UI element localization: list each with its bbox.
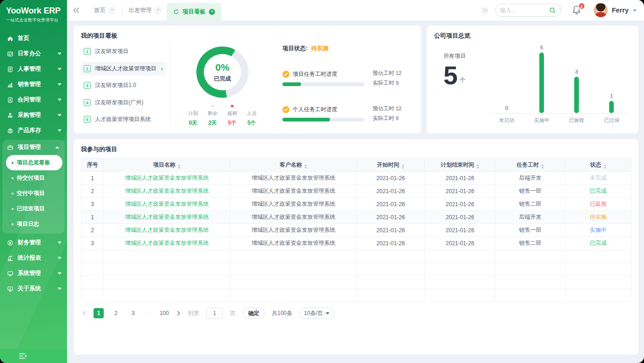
sidebar-subitem-label: 待交付项目 [17, 174, 45, 182]
close-tab-icon[interactable]: ✕ [109, 7, 115, 13]
cell-project-name-text[interactable]: 增城区人才政策资金发放管理系统 [125, 240, 209, 246]
column-header-项目名称[interactable]: 项目名称 [104, 159, 230, 172]
sort-icon[interactable] [178, 164, 181, 169]
project-name: 人才政策管理项目系统 [95, 115, 151, 123]
column-header-客户名称[interactable]: 客户名称 [230, 159, 357, 172]
project-list-item-4[interactable]: 4汉友研发项目(广州) [81, 96, 166, 109]
sidebar-item-label: 统计报表 [18, 254, 41, 262]
sort-icon[interactable] [604, 164, 606, 169]
column-header-开始时间[interactable]: 开始时间 [357, 159, 425, 172]
progress-group-1: 项目任务工时进度预估工时 12实际工时 9 [282, 68, 414, 88]
bar-chart-x-labels: 未启动实施中已验收已过保 [489, 117, 629, 124]
user-menu[interactable]: Ferry [594, 3, 637, 17]
cell-seq-text: 1 [91, 175, 94, 182]
sidebar-nav: 首页日常办公人事管理销售管理合同管理采购管理产品库存项目管理项目总览看板待交付项… [0, 31, 67, 349]
bar-chart-icon [7, 81, 13, 88]
sort-icon[interactable] [476, 164, 479, 169]
cell-task-dept-text: 销售二部 [519, 240, 542, 246]
sidebar-subitem-2[interactable]: 交付中项目 [2, 186, 65, 201]
cell-status: 已完成 [565, 185, 631, 198]
page-3[interactable]: 3 [128, 308, 138, 318]
search-input[interactable] [500, 7, 546, 13]
refresh-icon[interactable] [173, 9, 179, 15]
top-cards-row: 我的项目看板 1汉友研发项目2增城区人才政策管理项目›3汉友研发项目1.04汉友… [74, 26, 638, 134]
sidebar-item-0[interactable]: 首页 [0, 31, 67, 46]
cell-project-name-text[interactable]: 增城区人才政策资金发放管理系统 [125, 214, 209, 220]
sidebar-item-3[interactable]: 销售管理 [0, 77, 67, 92]
close-tab-icon[interactable]: ✕ [155, 7, 161, 13]
info-icon [7, 286, 13, 292]
table-row: 1增城区人才政策资金发放管理系统增城区人才政策资金发放管理系统2021-01-2… [81, 172, 631, 185]
page-100[interactable]: 100 [159, 308, 169, 318]
sidebar-item-7[interactable]: 项目管理 [2, 140, 65, 155]
sidebar-subitem-3[interactable]: 已结束项目 [2, 201, 65, 216]
next-page-icon[interactable] [176, 311, 181, 316]
tab-项目看板[interactable]: 项目看板✕ [167, 3, 221, 20]
cell-project-name-text[interactable]: 增城区人才政策资金发放管理系统 [125, 188, 209, 194]
column-header-计划结束时间[interactable]: 计划结束时间 [425, 159, 496, 172]
sidebar-item-label: 人事管理 [18, 65, 41, 73]
chevron-right-icon[interactable]: › [161, 65, 163, 72]
cell-end-date-text: 2021-01-26 [446, 240, 474, 247]
sidebar-item-6[interactable]: 产品库存 [0, 123, 67, 138]
chevron-down-icon [58, 114, 61, 116]
sidebar-item-9[interactable]: 统计报表 [0, 250, 67, 266]
sidebar-item-label: 日常办公 [18, 50, 41, 58]
close-tab-icon[interactable]: ✕ [209, 9, 215, 15]
sidebar-item-10[interactable]: 系统管理 [0, 266, 67, 281]
empty-cell [565, 263, 631, 276]
company-bar-chart: 0531 未启动实施中已验收已过保 [489, 41, 631, 129]
empty-cell [81, 263, 104, 276]
confirm-button[interactable]: 确定 [242, 308, 265, 319]
cell-project-name[interactable]: 增城区人才政策资金发放管理系统 [104, 185, 230, 198]
sidebar-subitem-1[interactable]: 待交付项目 [2, 170, 65, 186]
tabs-scroll-left-icon[interactable] [73, 7, 80, 13]
check-badge-icon [282, 106, 289, 113]
column-header-任务工时[interactable]: 任务工时 [496, 159, 565, 172]
cell-project-name[interactable]: 增城区人才政策资金发放管理系统 [104, 172, 230, 185]
page-size-select[interactable]: 10条/页 [299, 308, 334, 319]
sidebar-subitem-0[interactable]: 项目总览看板 [6, 155, 62, 170]
cell-project-name-text[interactable]: 增城区人才政策资金发放管理系统 [125, 175, 209, 181]
sort-icon[interactable] [541, 164, 544, 169]
cell-project-name[interactable]: 增城区人才政策资金发放管理系统 [104, 237, 230, 250]
cell-project-name-text[interactable]: 增城区人才政策资金发放管理系统 [125, 227, 209, 233]
notifications-button[interactable]: 2 [571, 5, 582, 16]
sidebar-item-11[interactable]: 关于系统 [0, 281, 67, 296]
avatar[interactable] [594, 3, 608, 17]
sidebar-item-4[interactable]: 合同管理 [0, 92, 67, 108]
project-list-item-3[interactable]: 3汉友研发项目1.0 [81, 79, 166, 92]
sidebar-item-5[interactable]: 采购管理 [0, 108, 67, 123]
search-icon[interactable] [549, 7, 556, 14]
cell-project-name[interactable]: 增城区人才政策资金发放管理系统 [104, 211, 230, 224]
tab-出差管理[interactable]: 出差管理✕ [123, 7, 167, 14]
sidebar-subitem-4[interactable]: 项目日志 [2, 216, 65, 232]
cell-project-name[interactable]: 增城区人才政策资金发放管理系统 [104, 198, 230, 211]
tab-label: 出差管理 [128, 7, 152, 14]
empty-cell [496, 263, 565, 276]
cell-project-name[interactable]: 增城区人才政策资金发放管理系统 [104, 224, 230, 237]
jump-page-input[interactable] [206, 308, 223, 319]
cell-project-name-text[interactable]: 增城区人才政策资金发放管理系统 [125, 201, 209, 207]
tabs-scroll-right-icon[interactable] [481, 7, 489, 13]
briefcase-icon [7, 144, 13, 151]
sidebar-item-1[interactable]: 日常办公 [0, 46, 67, 61]
sidebar-item-2[interactable]: 人事管理 [0, 61, 67, 77]
page-2[interactable]: 2 [111, 308, 121, 318]
search-box[interactable] [495, 4, 561, 17]
column-header-状态[interactable]: 状态 [565, 159, 631, 172]
tab-首页[interactable]: 首页✕ [88, 7, 121, 14]
sidebar-item-8[interactable]: 财务管理 [0, 235, 67, 250]
sort-icon[interactable] [402, 164, 404, 169]
project-list-item-1[interactable]: 1汉友研发项目 [81, 45, 166, 58]
collapse-menu-icon[interactable] [19, 352, 28, 360]
sort-icon[interactable] [304, 164, 307, 169]
project-list-item-2[interactable]: 2增城区人才政策管理项目› [81, 62, 166, 75]
chevron-down-icon [58, 242, 61, 244]
sidebar-subitem-label: 交付中项目 [17, 189, 45, 197]
page-1[interactable]: 1 [94, 308, 104, 318]
project-list-item-5[interactable]: 5人才政策管理项目系统 [81, 113, 166, 126]
cell-task-dept-text: 销售二部 [519, 201, 542, 207]
prev-page-icon[interactable] [82, 311, 87, 316]
table-title: 我参与的项目 [81, 145, 631, 154]
